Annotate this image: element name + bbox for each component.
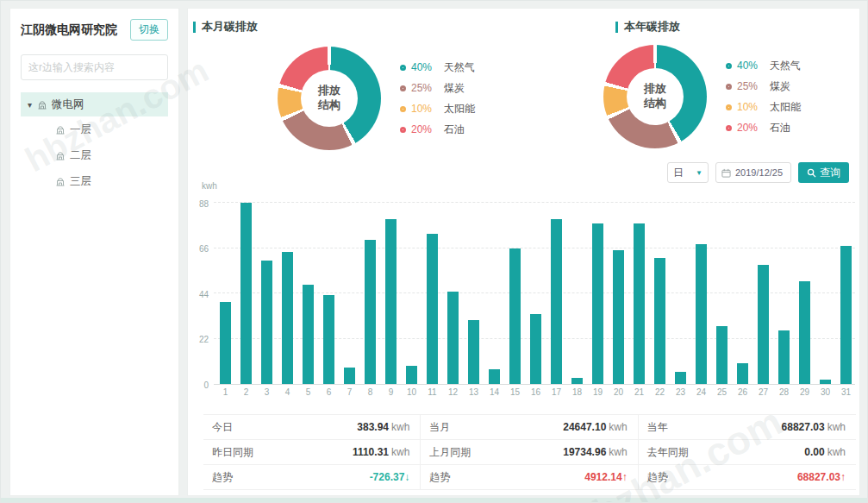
switch-button[interactable]: 切换 (130, 19, 168, 41)
tree-node-child[interactable]: 二层 (21, 142, 168, 168)
x-axis-tick: 1 (217, 387, 234, 397)
org-title: 江阴微电网研究院 (21, 22, 117, 38)
x-axis-tick: 4 (279, 387, 297, 397)
main-panel: 本月碳排放 本年碳排放 排放结构 40%天然气25%煤炭10%太阳能20%石油 … (187, 8, 860, 496)
caret-down-icon[interactable]: ▾ (28, 100, 32, 110)
legend-item: 25%煤炭 (400, 81, 475, 96)
x-axis-tick: 21 (631, 387, 648, 397)
legend-item: 10%太阳能 (726, 100, 801, 115)
summary-cell: 趋势68827.03↑ (639, 465, 856, 490)
donut-legend-month: 40%天然气25%煤炭10%太阳能20%石油 (400, 60, 475, 137)
summary-table: 今日383.94kwh昨日同期1110.31kwh趋势-726.37↓当月246… (203, 414, 856, 490)
x-axis-tick: 16 (528, 387, 545, 397)
x-axis-tick: 18 (569, 387, 586, 397)
donut-center-label: 排放结构 (301, 70, 358, 127)
tree-node-label: 一层 (70, 123, 91, 137)
section-title-year: 本年碳排放 (615, 19, 680, 35)
legend-ring-icon (400, 127, 406, 133)
summary-cell: 昨日同期1110.31kwh (203, 440, 421, 465)
x-axis-tick: 6 (321, 387, 338, 397)
bar (303, 285, 314, 384)
period-select[interactable]: 日 ▼ (667, 162, 709, 183)
y-axis-tick: 88 (199, 198, 209, 208)
building-icon (55, 124, 66, 135)
summary-value: 68827.03↑ (797, 471, 846, 483)
org-tree: ▾ 微电网 一层二层三层 (21, 92, 168, 194)
bar (634, 223, 645, 384)
bar (489, 369, 500, 384)
x-axis-tick: 30 (817, 387, 834, 397)
x-axis-tick: 26 (734, 387, 752, 397)
y-axis-tick: 44 (199, 289, 209, 299)
emission-donut-year: 排放结构 40%天然气25%煤炭10%太阳能20%石油 (603, 45, 801, 148)
legend-item: 20%石油 (400, 123, 475, 137)
tree-node-label: 三层 (70, 174, 91, 189)
legend-percent: 40% (737, 60, 765, 72)
bar (654, 258, 665, 384)
tree-node-microgrid[interactable]: ▾ 微电网 (21, 92, 168, 116)
date-picker[interactable]: 2019/12/25 (715, 162, 791, 183)
x-axis-tick: 15 (507, 387, 524, 397)
summary-label: 趋势 (212, 470, 233, 485)
bar (323, 295, 334, 384)
legend-label: 石油 (770, 121, 790, 135)
tree-node-label: 二层 (70, 148, 91, 163)
gridline (214, 202, 855, 203)
bar (551, 219, 562, 384)
legend-ring-icon (726, 84, 732, 90)
legend-ring-icon (726, 125, 732, 131)
legend-item: 20%石油 (726, 121, 801, 135)
building-icon (55, 150, 66, 160)
bar (261, 261, 272, 384)
bar (840, 246, 852, 384)
x-axis-tick: 28 (776, 387, 793, 397)
query-controls: 日 ▼ 2019/12/25 查询 (667, 162, 849, 183)
x-axis-tick: 11 (424, 387, 441, 397)
bar (778, 330, 790, 384)
donut-chart-year: 排放结构 (603, 45, 707, 148)
legend-ring-icon (726, 104, 732, 110)
legend-ring-icon (400, 65, 406, 71)
x-axis-tick: 7 (341, 387, 359, 397)
legend-percent: 20% (737, 122, 765, 134)
bar (447, 292, 459, 384)
bar (758, 265, 769, 384)
bar (406, 366, 417, 384)
legend-ring-icon (726, 63, 732, 69)
legend-percent: 10% (411, 103, 439, 115)
tree-node-child[interactable]: 一层 (21, 116, 168, 142)
query-button[interactable]: 查询 (798, 162, 849, 183)
summary-unit: kwh (827, 421, 846, 433)
legend-item: 10%太阳能 (400, 102, 475, 116)
x-axis-tick: 5 (300, 387, 317, 397)
bar (571, 378, 583, 384)
legend-percent: 25% (737, 80, 765, 92)
legend-label: 天然气 (444, 60, 475, 75)
bar (282, 252, 293, 384)
x-axis-tick: 20 (610, 387, 628, 397)
section-title-month-label: 本月碳排放 (202, 19, 258, 35)
summary-value: 19734.96kwh (563, 446, 627, 458)
bar (344, 368, 355, 384)
search-input[interactable] (21, 54, 168, 80)
summary-label: 今日 (212, 420, 233, 435)
summary-cell: 趋势-726.37↓ (203, 465, 421, 490)
tree-node-label: 微电网 (52, 97, 84, 112)
summary-unit: kwh (827, 446, 846, 458)
summary-value: 1110.31kwh (353, 446, 409, 458)
legend-ring-icon (400, 106, 406, 112)
x-axis-tick: 3 (259, 387, 276, 397)
bar (799, 281, 810, 384)
gridline (214, 248, 855, 248)
building-icon (37, 99, 47, 110)
y-axis-tick: 0 (203, 380, 209, 389)
summary-cell: 今日383.94kwh (203, 415, 421, 440)
donut-legend-year: 40%天然气25%煤炭10%太阳能20%石油 (726, 59, 801, 135)
x-axis-tick: 8 (362, 387, 379, 397)
bar (592, 223, 603, 384)
x-axis-tick: 29 (796, 387, 814, 397)
tree-node-child[interactable]: 三层 (21, 168, 168, 194)
bar (716, 326, 727, 384)
bar (613, 250, 624, 384)
summary-cell: 趋势4912.14↑ (421, 465, 638, 490)
